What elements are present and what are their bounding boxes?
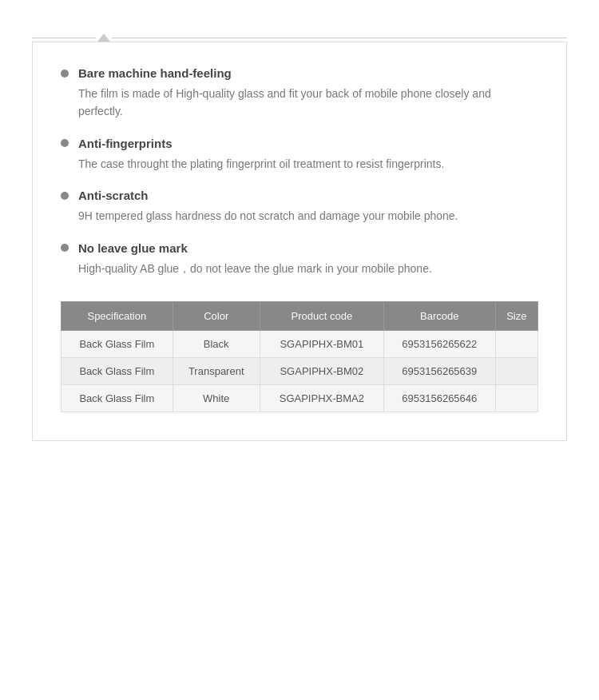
table-cell: 6953156265622 — [383, 330, 495, 357]
table-cell: SGAPIPHX-BMA2 — [260, 384, 383, 412]
feature-title: Anti-scratch — [78, 189, 149, 202]
feature-item-anti-scratch: Anti-scratch9H tempered glass hardness d… — [61, 189, 538, 225]
feature-description: High-quality AB glue，do not leave the gl… — [61, 260, 538, 277]
table-cell: Back Glass Film — [61, 357, 173, 384]
table-cell: SGAPIPHX-BM01 — [260, 330, 383, 357]
table-header: SpecificationColorProduct codeBarcodeSiz… — [61, 301, 538, 330]
bullet-icon — [61, 192, 69, 200]
feature-title: No leave glue mark — [78, 241, 188, 255]
table-cell: 6953156265646 — [383, 384, 495, 412]
bullet-icon — [61, 244, 69, 252]
feature-title: Bare machine hand-feeling — [78, 66, 232, 80]
feature-item-no-glue: No leave glue markHigh-quality AB glue，d… — [61, 241, 538, 277]
feature-header: No leave glue mark — [61, 241, 538, 255]
feature-item-anti-fingerprints: Anti-fingerprintsThe case throught the p… — [61, 137, 538, 173]
table-cell: Back Glass Film — [61, 330, 173, 357]
divider-line-left — [32, 38, 96, 38]
page-container: Bare machine hand-feelingThe film is mad… — [0, 0, 599, 473]
table-cell — [495, 357, 538, 384]
table-cell: 6953156265639 — [383, 357, 495, 384]
table-column-header: Size — [495, 301, 538, 330]
table-row: Back Glass FilmWhiteSGAPIPHX-BMA26953156… — [61, 384, 538, 412]
table-cell — [495, 330, 538, 357]
table-column-header: Color — [173, 301, 260, 330]
table-cell: White — [173, 384, 260, 412]
table-column-header: Product code — [260, 301, 383, 330]
feature-description: 9H tempered glass hardness do not scratc… — [61, 207, 538, 225]
content-box: Bare machine hand-feelingThe film is mad… — [32, 42, 567, 441]
table-row: Back Glass FilmBlackSGAPIPHX-BM016953156… — [61, 330, 538, 357]
bullet-icon — [61, 139, 69, 147]
header-row: SpecificationColorProduct codeBarcodeSiz… — [61, 301, 538, 330]
divider-row — [32, 34, 567, 42]
table-cell: Back Glass Film — [61, 384, 173, 412]
table-cell — [495, 384, 538, 412]
divider-line-right — [112, 38, 567, 38]
feature-description: The case throught the plating fingerprin… — [61, 155, 538, 173]
feature-header: Anti-scratch — [61, 189, 538, 202]
table-column-header: Barcode — [383, 301, 495, 330]
table-section: SpecificationColorProduct codeBarcodeSiz… — [61, 301, 538, 412]
spec-table: SpecificationColorProduct codeBarcodeSiz… — [61, 301, 538, 412]
feature-description: The film is made of High-quality glass a… — [61, 85, 538, 121]
table-body: Back Glass FilmBlackSGAPIPHX-BM016953156… — [61, 330, 538, 412]
table-cell: SGAPIPHX-BM02 — [260, 357, 383, 384]
divider-triangle — [97, 34, 110, 42]
feature-header: Bare machine hand-feeling — [61, 66, 538, 80]
feature-item-bare-machine: Bare machine hand-feelingThe film is mad… — [61, 66, 538, 121]
table-column-header: Specification — [61, 301, 173, 330]
feature-title: Anti-fingerprints — [78, 137, 173, 150]
table-cell: Black — [173, 330, 260, 357]
feature-header: Anti-fingerprints — [61, 137, 538, 150]
table-cell: Transparent — [173, 357, 260, 384]
table-row: Back Glass FilmTransparentSGAPIPHX-BM026… — [61, 357, 538, 384]
feature-list: Bare machine hand-feelingThe film is mad… — [61, 66, 538, 277]
bullet-icon — [61, 70, 69, 78]
